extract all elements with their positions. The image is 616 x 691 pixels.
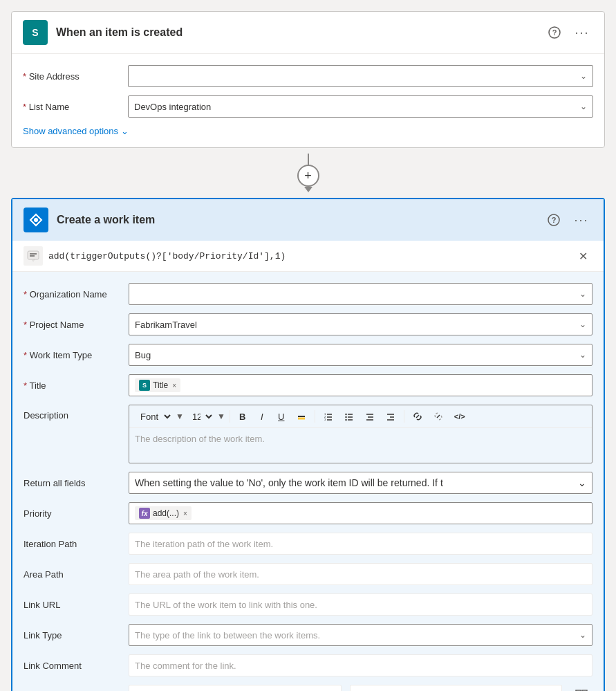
underline-button[interactable]: U xyxy=(273,408,290,425)
decrease-indent-button[interactable] xyxy=(361,408,379,425)
org-name-dropdown[interactable]: ⌄ xyxy=(129,283,592,305)
site-address-label: Site Address xyxy=(23,71,120,82)
list-name-value: DevOps integration xyxy=(134,102,211,112)
font-family-select[interactable]: Font xyxy=(135,409,173,424)
title-row: Title S Title × xyxy=(24,374,592,396)
work-item-type-chevron-icon: ⌄ xyxy=(579,350,586,360)
area-path-label: Area Path xyxy=(24,569,120,580)
link-type-dropdown[interactable]: The type of the link to between the work… xyxy=(129,624,592,646)
action-card: Create a work item ? ··· add(triggerOutp… xyxy=(11,198,605,691)
return-all-fields-label: Return all fields xyxy=(24,478,120,488)
description-input[interactable]: The description of the work item. xyxy=(129,428,592,463)
expression-close-button[interactable]: ✕ xyxy=(573,246,592,266)
connector-line-top xyxy=(308,154,309,165)
description-toolbar: Font ▼ 12 ▼ B I U xyxy=(129,405,592,428)
title-chip: S Title × xyxy=(135,378,180,392)
link-comment-label: Link Comment xyxy=(24,661,120,671)
link-type-chevron-icon: ⌄ xyxy=(579,630,586,640)
show-advanced-label: Show advanced options xyxy=(23,126,118,136)
expression-type-icon xyxy=(24,246,43,266)
area-path-input[interactable]: The area path of the work item. xyxy=(129,563,592,585)
font-size-select[interactable]: 12 xyxy=(187,409,214,424)
highlight-icon xyxy=(297,412,306,421)
devops-icon xyxy=(24,208,48,232)
priority-chip-label: add(...) xyxy=(153,508,179,518)
return-all-fields-value: When setting the value to 'No', only the… xyxy=(135,477,443,488)
expression-text: add(triggerOutputs()?['body/Priority/Id'… xyxy=(48,251,568,261)
help-icon-2: ? xyxy=(548,214,560,226)
trigger-card-body: Site Address ⌄ List Name DevOps integrat… xyxy=(12,54,604,147)
list-name-chevron-icon: ⌄ xyxy=(580,102,587,111)
iteration-path-value: The iteration path of the work item. xyxy=(135,539,273,549)
list-name-row: List Name DevOps integration ⌄ xyxy=(23,95,593,118)
project-name-value: FabrikamTravel xyxy=(135,320,197,330)
italic-button[interactable]: I xyxy=(254,408,270,425)
link-url-label: Link URL xyxy=(24,600,120,610)
org-name-chevron-icon: ⌄ xyxy=(579,289,586,299)
other-fields-add-button[interactable] xyxy=(570,685,592,691)
link-url-value: The URL of the work item to link with th… xyxy=(135,600,317,610)
link-comment-input[interactable]: The comment for the link. xyxy=(129,654,592,676)
priority-chip-close-button[interactable]: × xyxy=(183,510,187,517)
list-name-label: List Name xyxy=(23,102,120,112)
description-container: Font ▼ 12 ▼ B I U xyxy=(129,405,592,463)
action-more-button[interactable]: ··· xyxy=(570,209,592,231)
site-address-row: Site Address ⌄ xyxy=(23,65,593,87)
toolbar-divider-2 xyxy=(315,410,315,423)
action-help-button[interactable]: ? xyxy=(543,209,565,231)
unlink-button[interactable] xyxy=(429,408,447,425)
description-label: Description xyxy=(24,410,120,421)
work-item-type-value: Bug xyxy=(135,350,151,360)
highlight-button[interactable] xyxy=(292,408,310,425)
iteration-path-row: Iteration Path The iteration path of the… xyxy=(24,533,592,555)
trigger-more-button[interactable]: ··· xyxy=(571,21,593,44)
return-all-fields-row: Return all fields When setting the value… xyxy=(24,472,592,494)
bold-button[interactable]: B xyxy=(234,408,251,425)
link-type-label: Link Type xyxy=(24,630,120,641)
site-address-chevron-icon: ⌄ xyxy=(580,71,587,81)
return-all-fields-dropdown[interactable]: When setting the value to 'No', only the… xyxy=(129,472,592,494)
title-input[interactable]: S Title × xyxy=(129,374,592,396)
increase-indent-button[interactable] xyxy=(382,408,400,425)
link-url-input[interactable]: The URL of the work item to link with th… xyxy=(129,593,592,616)
trigger-card: S When an item is created ? ··· Site Add… xyxy=(11,11,605,148)
title-chip-close-button[interactable]: × xyxy=(172,382,176,389)
action-card-header: Create a work item ? ··· xyxy=(12,199,604,241)
ellipsis-icon: ··· xyxy=(575,26,589,40)
unlink-icon xyxy=(433,412,443,421)
ordered-list-button[interactable]: 1 2 3 xyxy=(319,408,337,425)
description-row: Description Font ▼ 12 ▼ B I U xyxy=(24,405,592,463)
ellipsis-icon-2: ··· xyxy=(574,213,588,228)
action-card-body: Organization Name ⌄ Project Name Fabrika… xyxy=(12,272,604,691)
work-item-type-dropdown[interactable]: Bug ⌄ xyxy=(129,344,592,366)
help-icon: ? xyxy=(548,26,561,39)
show-advanced-button[interactable]: Show advanced options ⌄ xyxy=(23,126,129,136)
increase-indent-icon xyxy=(386,412,395,421)
priority-row: Priority fx add(...) × xyxy=(24,502,592,524)
trigger-help-button[interactable]: ? xyxy=(543,21,566,44)
priority-chip: fx add(...) × xyxy=(135,506,192,520)
list-name-dropdown[interactable]: DevOps integration ⌄ xyxy=(128,95,593,118)
other-fields-value-input[interactable]: Enter value xyxy=(350,685,563,691)
link-button[interactable] xyxy=(409,408,427,425)
svg-point-21 xyxy=(345,414,346,415)
trigger-card-actions: ? ··· xyxy=(543,21,593,44)
plus-icon: + xyxy=(304,169,312,183)
area-path-row: Area Path The area path of the work item… xyxy=(24,563,592,585)
add-step-button[interactable]: + xyxy=(297,165,319,187)
priority-input[interactable]: fx add(...) × xyxy=(129,502,592,524)
other-fields-key-input[interactable]: Enter key xyxy=(129,685,342,691)
project-name-dropdown[interactable]: FabrikamTravel ⌄ xyxy=(129,313,592,335)
org-name-row: Organization Name ⌄ xyxy=(24,283,592,305)
code-button[interactable]: </> xyxy=(450,408,469,425)
iteration-path-input[interactable]: The iteration path of the work item. xyxy=(129,533,592,555)
site-address-dropdown[interactable]: ⌄ xyxy=(128,65,593,87)
priority-label: Priority xyxy=(24,508,120,519)
trigger-card-title: When an item is created xyxy=(56,26,535,39)
iteration-path-label: Iteration Path xyxy=(24,539,120,549)
other-fields-row: Other Fields Enter key Enter value xyxy=(24,685,592,691)
unordered-list-button[interactable] xyxy=(340,408,358,425)
svg-text:?: ? xyxy=(552,216,557,224)
close-icon: ✕ xyxy=(579,250,588,263)
link-comment-row: Link Comment The comment for the link. xyxy=(24,654,592,676)
